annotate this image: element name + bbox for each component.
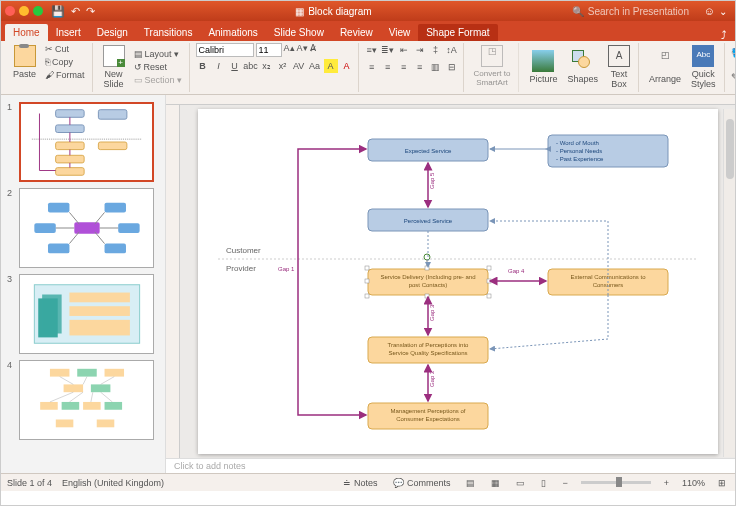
svg-rect-4 — [56, 142, 85, 150]
view-slideshow[interactable]: ▯ — [538, 478, 549, 488]
align-right-button[interactable]: ≡ — [397, 60, 411, 74]
search-box[interactable]: 🔍 — [572, 6, 698, 17]
shape-fill-button[interactable]: 🪣Shape Fill ▾ — [731, 43, 736, 63]
search-input[interactable] — [588, 6, 698, 17]
fit-window[interactable]: ⊞ — [715, 478, 729, 488]
svg-point-58 — [424, 254, 430, 260]
italic-button[interactable]: I — [212, 59, 226, 73]
bold-button[interactable]: B — [196, 59, 210, 73]
notes-toggle[interactable]: ≐ Notes — [340, 478, 380, 488]
thumbnail-4[interactable] — [19, 360, 154, 440]
view-sorter[interactable]: ▦ — [488, 478, 503, 488]
tab-review[interactable]: Review — [332, 24, 381, 41]
thumbnail-3[interactable] — [19, 274, 154, 354]
section-button[interactable]: ▭Section ▾ — [131, 74, 185, 86]
svg-rect-50 — [365, 266, 369, 270]
columns-button[interactable]: ▥ — [429, 60, 443, 74]
language-status[interactable]: English (United Kingdom) — [62, 478, 164, 488]
svg-rect-8 — [74, 222, 99, 234]
cut-button[interactable]: ✂Cut — [42, 43, 88, 55]
copy-button[interactable]: ⎘Copy — [42, 56, 88, 68]
svg-line-17 — [69, 232, 79, 244]
superscript-button[interactable]: x² — [276, 59, 290, 73]
share-button[interactable]: ⤴ — [717, 29, 731, 41]
text-direction-button[interactable]: ↕A — [445, 43, 459, 57]
shrink-font-button[interactable]: A▾ — [297, 43, 308, 57]
convert-smartart-button[interactable]: ◳ Convert to SmartArt — [470, 43, 515, 89]
title-text: Block diagram — [308, 6, 371, 17]
expand-icon[interactable]: ⌄ — [719, 6, 727, 17]
search-icon: 🔍 — [572, 6, 584, 17]
slide[interactable]: Customer Provider Expected Service Perce… — [198, 109, 718, 454]
tab-insert[interactable]: Insert — [48, 24, 89, 41]
quick-styles-button[interactable]: AbcQuick Styles — [687, 43, 720, 91]
picture-button[interactable]: Picture — [525, 48, 561, 86]
tab-design[interactable]: Design — [89, 24, 136, 41]
redo-icon[interactable]: ↷ — [86, 5, 95, 18]
arrange-button[interactable]: ◰Arrange — [645, 48, 685, 86]
view-normal[interactable]: ▤ — [463, 478, 478, 488]
tab-home[interactable]: Home — [5, 24, 48, 41]
view-reading[interactable]: ▭ — [513, 478, 528, 488]
indent-left-button[interactable]: ⇤ — [397, 43, 411, 57]
feedback-icon[interactable]: ☺ — [704, 5, 715, 17]
shapes-button[interactable]: Shapes — [563, 48, 602, 86]
zoom-in[interactable]: + — [661, 478, 672, 488]
slide-area[interactable]: Customer Provider Expected Service Perce… — [180, 105, 735, 458]
thumbnail-1[interactable] — [19, 102, 154, 182]
numbering-button[interactable]: ≣▾ — [381, 43, 395, 57]
highlight-button[interactable]: A — [324, 59, 338, 73]
svg-text:Perceived Service: Perceived Service — [403, 218, 452, 224]
svg-text:Gap 2: Gap 2 — [429, 370, 435, 387]
maximize-button[interactable] — [33, 6, 43, 16]
slide-canvas: Customer Provider Expected Service Perce… — [166, 95, 735, 473]
minimize-button[interactable] — [19, 6, 29, 16]
textbox-button[interactable]: AText Box — [604, 43, 634, 91]
layout-button[interactable]: ▤Layout ▾ — [131, 48, 185, 60]
tab-transitions[interactable]: Transitions — [136, 24, 201, 41]
undo-icon[interactable]: ↶ — [71, 5, 80, 18]
align-center-button[interactable]: ≡ — [381, 60, 395, 74]
save-icon[interactable]: 💾 — [51, 5, 65, 18]
new-slide-button[interactable]: + New Slide — [99, 43, 129, 91]
comments-toggle[interactable]: 💬 Comments — [390, 478, 453, 488]
font-color-button[interactable]: A — [340, 59, 354, 73]
svg-rect-12 — [105, 244, 126, 254]
zoom-slider[interactable] — [581, 481, 651, 484]
bullets-button[interactable]: ≡▾ — [365, 43, 379, 57]
underline-button[interactable]: U — [228, 59, 242, 73]
char-spacing-button[interactable]: AV — [292, 59, 306, 73]
quick-access-toolbar: 💾 ↶ ↷ — [51, 5, 95, 18]
titlebar: 💾 ↶ ↷ ▦ Block diagram 🔍 ☺ ⌄ — [1, 1, 735, 21]
clear-format-button[interactable]: A̷ — [310, 43, 316, 57]
align-text-button[interactable]: ⊟ — [445, 60, 459, 74]
indent-right-button[interactable]: ⇥ — [413, 43, 427, 57]
change-case-button[interactable]: Aa — [308, 59, 322, 73]
strike-button[interactable]: abc — [244, 59, 258, 73]
justify-button[interactable]: ≡ — [413, 60, 427, 74]
align-left-button[interactable]: ≡ — [365, 60, 379, 74]
tab-view[interactable]: View — [381, 24, 419, 41]
grow-font-button[interactable]: A▴ — [284, 43, 295, 57]
font-name-input[interactable] — [196, 43, 254, 57]
notes-pane[interactable]: Click to add notes — [166, 458, 735, 473]
thumbnail-2[interactable] — [19, 188, 154, 268]
customer-label: Customer — [226, 246, 261, 255]
tab-shape-format[interactable]: Shape Format — [418, 24, 497, 41]
shape-outline-button[interactable]: ✎Shape Outline ▾ — [731, 67, 736, 87]
scrollbar-vertical[interactable] — [723, 109, 735, 457]
format-painter-button[interactable]: 🖌Format — [42, 69, 88, 81]
svg-text:Service Delivery (Including pr: Service Delivery (Including pre- and — [380, 274, 475, 280]
reset-button[interactable]: ↺Reset — [131, 61, 185, 73]
zoom-level[interactable]: 110% — [682, 478, 705, 488]
paste-button[interactable]: Paste — [9, 43, 40, 81]
tab-slideshow[interactable]: Slide Show — [266, 24, 332, 41]
font-size-input[interactable] — [256, 43, 282, 57]
line-spacing-button[interactable]: ‡ — [429, 43, 443, 57]
close-button[interactable] — [5, 6, 15, 16]
zoom-out[interactable]: − — [559, 478, 570, 488]
svg-text:Service Quality Specifications: Service Quality Specifications — [388, 350, 467, 356]
window-controls — [5, 6, 43, 16]
subscript-button[interactable]: x₂ — [260, 59, 274, 73]
tab-animations[interactable]: Animations — [200, 24, 265, 41]
